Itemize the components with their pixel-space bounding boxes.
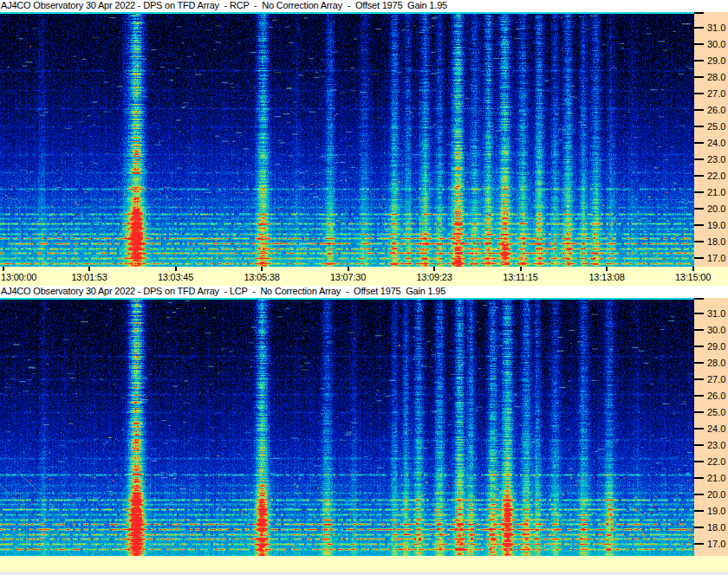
freq-tick bbox=[694, 444, 704, 446]
freq-tick bbox=[694, 395, 704, 397]
freq-tick bbox=[694, 241, 704, 242]
spectrograph-window: AJ4CO Observatory 30 Apr 2022 - DPS on T… bbox=[0, 0, 728, 575]
freq-tick bbox=[694, 527, 704, 528]
freq-tick-label: 30.0 bbox=[707, 325, 725, 335]
freq-tick-label: 19.0 bbox=[707, 506, 725, 516]
spectrogram-canvas-rcp bbox=[0, 12, 694, 267]
time-tick-label: 13:13:08 bbox=[588, 272, 624, 282]
freq-tick-label: 28.0 bbox=[707, 358, 725, 368]
time-tick-label: 13:03:45 bbox=[158, 272, 193, 282]
panel-rcp: AJ4CO Observatory 30 Apr 2022 - DPS on T… bbox=[0, 0, 728, 286]
freq-tick-label: 20.0 bbox=[707, 489, 725, 500]
panel-title-lcp: AJ4CO Observatory 30 Apr 2022 - DPS on T… bbox=[0, 286, 728, 298]
time-axis-lcp bbox=[0, 556, 728, 572]
freq-tick bbox=[694, 158, 704, 160]
freq-tick bbox=[694, 461, 704, 462]
time-tick bbox=[175, 267, 177, 271]
freq-scale-edge-tick bbox=[694, 298, 704, 300]
time-tick-label: 13:05:38 bbox=[244, 272, 279, 282]
time-tick bbox=[692, 267, 694, 271]
freq-tick bbox=[694, 329, 704, 331]
freq-tick-label: 21.0 bbox=[707, 473, 725, 483]
freq-tick-label: 25.0 bbox=[707, 407, 725, 417]
freq-tick bbox=[694, 257, 704, 259]
freq-tick bbox=[694, 126, 704, 127]
freq-tick-label: 29.0 bbox=[707, 341, 725, 352]
freq-tick bbox=[694, 313, 704, 314]
freq-tick-label: 20.0 bbox=[707, 204, 725, 214]
freq-tick-label: 21.0 bbox=[707, 187, 725, 197]
freq-tick-label: 29.0 bbox=[707, 55, 725, 66]
freq-tick-label: 22.0 bbox=[707, 171, 725, 181]
time-tick bbox=[3, 267, 4, 271]
freq-tick-label: 24.0 bbox=[707, 423, 725, 434]
freq-tick bbox=[694, 428, 704, 430]
time-tick-label: 13:00:00 bbox=[1, 272, 36, 282]
time-tick-label: 13:15:00 bbox=[675, 272, 711, 282]
freq-tick bbox=[694, 378, 704, 380]
freq-tick-label: 19.0 bbox=[707, 220, 725, 230]
time-tick-label: 13:07:30 bbox=[330, 272, 366, 282]
freq-tick-label: 25.0 bbox=[707, 121, 725, 132]
freq-tick bbox=[694, 477, 704, 479]
spectrogram-canvas-lcp bbox=[0, 298, 694, 556]
freq-tick-label: 27.0 bbox=[707, 374, 725, 384]
time-tick bbox=[606, 267, 608, 271]
window-edge-strip bbox=[0, 572, 728, 575]
freq-tick bbox=[694, 109, 704, 111]
time-tick-label: 13:09:23 bbox=[416, 272, 452, 282]
panel-title-rcp: AJ4CO Observatory 30 Apr 2022 - DPS on T… bbox=[0, 0, 728, 12]
freq-tick-label: 26.0 bbox=[707, 105, 725, 115]
freq-tick bbox=[694, 93, 704, 94]
time-tick bbox=[348, 267, 349, 271]
freq-tick-label: 17.0 bbox=[707, 539, 725, 549]
freq-tick bbox=[694, 142, 704, 144]
freq-tick bbox=[694, 411, 704, 413]
freq-tick-label: 27.0 bbox=[707, 88, 725, 99]
freq-tick-label: 30.0 bbox=[707, 39, 725, 49]
freq-tick-label: 31.0 bbox=[707, 23, 725, 33]
freq-tick-label: 23.0 bbox=[707, 154, 725, 165]
freq-tick-label: 18.0 bbox=[707, 236, 725, 247]
freq-tick bbox=[694, 494, 704, 495]
freq-tick-label: 31.0 bbox=[707, 308, 725, 319]
freq-tick bbox=[694, 43, 704, 45]
freq-tick-label: 18.0 bbox=[707, 522, 725, 533]
freq-tick bbox=[694, 543, 704, 545]
freq-tick bbox=[694, 60, 704, 61]
freq-scale-edge-tick bbox=[694, 12, 704, 14]
freq-tick-label: 22.0 bbox=[707, 456, 725, 467]
freq-tick bbox=[694, 362, 704, 364]
freq-tick bbox=[694, 510, 704, 512]
time-tick bbox=[88, 267, 90, 271]
freq-tick-label: 28.0 bbox=[707, 72, 725, 82]
freq-tick-label: 23.0 bbox=[707, 440, 725, 450]
frequency-scale-rcp: 31.030.029.028.027.026.025.024.023.022.0… bbox=[694, 12, 728, 267]
freq-tick bbox=[694, 208, 704, 210]
freq-tick bbox=[694, 76, 704, 78]
freq-tick-label: 24.0 bbox=[707, 138, 725, 148]
freq-tick bbox=[694, 27, 704, 29]
plot-row-rcp: 31.030.029.028.027.026.025.024.023.022.0… bbox=[0, 12, 728, 267]
freq-tick-label: 17.0 bbox=[707, 253, 725, 263]
time-axis-rcp: 13:00:0013:01:5313:03:4513:05:3813:07:30… bbox=[0, 267, 728, 286]
freq-tick-label: 26.0 bbox=[707, 391, 725, 401]
frequency-scale-lcp: 31.030.029.028.027.026.025.024.023.022.0… bbox=[694, 298, 728, 556]
panel-lcp: AJ4CO Observatory 30 Apr 2022 - DPS on T… bbox=[0, 286, 728, 572]
time-tick bbox=[433, 267, 435, 271]
time-tick bbox=[261, 267, 263, 271]
plot-row-lcp: 31.030.029.028.027.026.025.024.023.022.0… bbox=[0, 298, 728, 556]
time-tick-label: 13:01:53 bbox=[71, 272, 107, 282]
time-tick-label: 13:11:15 bbox=[503, 272, 537, 282]
freq-tick bbox=[694, 224, 704, 226]
freq-tick bbox=[694, 175, 704, 177]
time-tick bbox=[520, 267, 522, 271]
freq-tick bbox=[694, 191, 704, 193]
freq-tick bbox=[694, 346, 704, 347]
